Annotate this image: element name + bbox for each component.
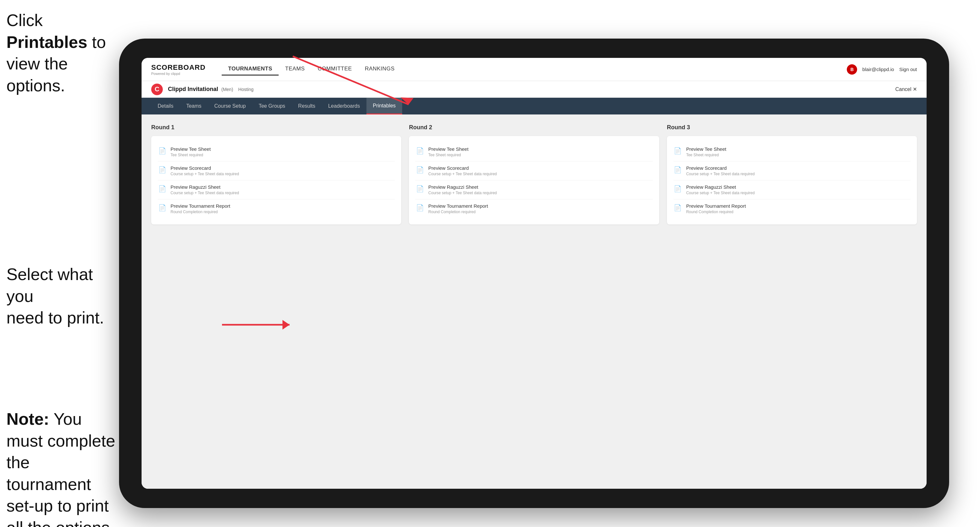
printables-bold: Printables <box>6 33 87 51</box>
tee-sheet-subtitle-r2: Tee Sheet required <box>428 153 468 157</box>
round-1-raguzzi[interactable]: 📄 Preview Raguzzi Sheet Course setup + T… <box>158 180 395 199</box>
tee-sheet-content-r2: Preview Tee Sheet Tee Sheet required <box>428 146 468 157</box>
tab-details[interactable]: Details <box>151 98 180 114</box>
tab-results[interactable]: Results <box>292 98 322 114</box>
scorecard-title-r3: Preview Scorecard <box>686 165 755 171</box>
tournament-hosting: Hosting <box>239 87 253 92</box>
tournament-cancel-button[interactable]: Cancel ✕ <box>896 86 917 92</box>
scorecard-icon-r1: 📄 <box>158 165 167 174</box>
tournament-report-icon-r1: 📄 <box>158 203 167 212</box>
round-1-tee-sheet[interactable]: 📄 Preview Tee Sheet Tee Sheet required <box>158 143 395 162</box>
raguzzi-subtitle-r2: Course setup + Tee Sheet data required <box>428 190 497 195</box>
scoreboard-title: SCOREBOARD <box>151 63 205 72</box>
round-2-tee-sheet[interactable]: 📄 Preview Tee Sheet Tee Sheet required <box>415 143 652 162</box>
raguzzi-content-r3: Preview Raguzzi Sheet Course setup + Tee… <box>686 184 755 195</box>
tee-sheet-content-r1: Preview Tee Sheet Tee Sheet required <box>170 146 211 157</box>
tee-sheet-subtitle-r1: Tee Sheet required <box>170 153 211 157</box>
raguzzi-title-r1: Preview Raguzzi Sheet <box>170 184 239 190</box>
scorecard-subtitle-r2: Course setup + Tee Sheet data required <box>428 172 497 176</box>
tournament-report-icon-r3: 📄 <box>673 203 682 212</box>
raguzzi-icon-r1: 📄 <box>158 184 167 193</box>
round-3-tournament-report[interactable]: 📄 Preview Tournament Report Round Comple… <box>673 199 910 218</box>
tournament-report-subtitle-r3: Round Completion required <box>686 210 746 214</box>
tournament-report-content-r3: Preview Tournament Report Round Completi… <box>686 203 746 214</box>
tournament-header: C Clippd Invitational (Men) Hosting Canc… <box>142 81 927 98</box>
note-bold: Note: <box>6 410 49 428</box>
tournament-name: Clippd Invitational <box>168 86 218 93</box>
rounds-container: Round 1 📄 Preview Tee Sheet Tee Sheet re… <box>151 124 917 224</box>
round-2-raguzzi[interactable]: 📄 Preview Raguzzi Sheet Course setup + T… <box>415 180 652 199</box>
tee-sheet-icon-r1: 📄 <box>158 146 167 155</box>
round-3-raguzzi[interactable]: 📄 Preview Raguzzi Sheet Course setup + T… <box>673 180 910 199</box>
tab-leaderboards[interactable]: Leaderboards <box>322 98 366 114</box>
round-2-scorecard[interactable]: 📄 Preview Scorecard Course setup + Tee S… <box>415 162 652 180</box>
tee-sheet-title-r2: Preview Tee Sheet <box>428 146 468 152</box>
scoreboard-logo: SCOREBOARD Powered by clippd <box>151 63 205 76</box>
round-1-column: Round 1 📄 Preview Tee Sheet Tee Sheet re… <box>151 124 401 224</box>
user-email: blair@clippd.io <box>862 67 894 72</box>
tablet-frame: SCOREBOARD Powered by clippd TOURNAMENTS… <box>119 38 949 508</box>
tab-teams[interactable]: Teams <box>180 98 208 114</box>
tab-tee-groups[interactable]: Tee Groups <box>252 98 292 114</box>
round-1-title: Round 1 <box>151 124 401 131</box>
scorecard-subtitle-r3: Course setup + Tee Sheet data required <box>686 172 755 176</box>
raguzzi-content-r1: Preview Raguzzi Sheet Course setup + Tee… <box>170 184 239 195</box>
nav-committee[interactable]: COMMITTEE <box>311 63 358 76</box>
nav-rankings[interactable]: RANKINGS <box>358 63 401 76</box>
round-1-card: 📄 Preview Tee Sheet Tee Sheet required 📄… <box>151 136 401 224</box>
scorecard-title-r1: Preview Scorecard <box>170 165 239 171</box>
tournament-badge: (Men) <box>221 87 233 92</box>
round-2-card: 📄 Preview Tee Sheet Tee Sheet required 📄… <box>409 136 659 224</box>
tee-sheet-icon-r3: 📄 <box>673 146 682 155</box>
tournament-report-icon-r2: 📄 <box>415 203 424 212</box>
tournament-report-content-r2: Preview Tournament Report Round Completi… <box>428 203 488 214</box>
round-3-column: Round 3 📄 Preview Tee Sheet Tee Sheet re… <box>667 124 917 224</box>
raguzzi-title-r3: Preview Raguzzi Sheet <box>686 184 755 190</box>
scorecard-title-r2: Preview Scorecard <box>428 165 497 171</box>
scorecard-icon-r3: 📄 <box>673 165 682 174</box>
scorecard-content-r3: Preview Scorecard Course setup + Tee She… <box>686 165 755 176</box>
round-3-card: 📄 Preview Tee Sheet Tee Sheet required 📄… <box>667 136 917 224</box>
raguzzi-subtitle-r1: Course setup + Tee Sheet data required <box>170 190 239 195</box>
raguzzi-content-r2: Preview Raguzzi Sheet Course setup + Tee… <box>428 184 497 195</box>
tee-sheet-icon-r2: 📄 <box>415 146 424 155</box>
scorecard-subtitle-r1: Course setup + Tee Sheet data required <box>170 172 239 176</box>
top-nav-links: TOURNAMENTS TEAMS COMMITTEE RANKINGS <box>222 63 401 76</box>
tournament-report-subtitle-r2: Round Completion required <box>428 210 488 214</box>
raguzzi-title-r2: Preview Raguzzi Sheet <box>428 184 497 190</box>
tournament-report-title-r1: Preview Tournament Report <box>170 203 231 209</box>
instruction-bottom: Note: You must complete the tournament s… <box>6 408 116 527</box>
instruction-middle: Select what youneed to print. <box>6 264 110 329</box>
tablet-screen: SCOREBOARD Powered by clippd TOURNAMENTS… <box>142 58 927 489</box>
tab-nav: Details Teams Course Setup Tee Groups Re… <box>142 98 927 114</box>
tee-sheet-subtitle-r3: Tee Sheet required <box>686 153 727 157</box>
raguzzi-icon-r2: 📄 <box>415 184 424 193</box>
tournament-logo: C <box>151 84 163 95</box>
tournament-report-title-r2: Preview Tournament Report <box>428 203 488 209</box>
sign-out-link[interactable]: Sign out <box>899 67 917 72</box>
scorecard-icon-r2: 📄 <box>415 165 424 174</box>
round-3-scorecard[interactable]: 📄 Preview Scorecard Course setup + Tee S… <box>673 162 910 180</box>
round-3-title: Round 3 <box>667 124 917 131</box>
raguzzi-subtitle-r3: Course setup + Tee Sheet data required <box>686 190 755 195</box>
scorecard-content-r2: Preview Scorecard Course setup + Tee She… <box>428 165 497 176</box>
round-2-column: Round 2 📄 Preview Tee Sheet Tee Sheet re… <box>409 124 659 224</box>
nav-tournaments[interactable]: TOURNAMENTS <box>222 63 278 76</box>
instruction-top: Click Printables to view the options. <box>6 10 110 97</box>
raguzzi-icon-r3: 📄 <box>673 184 682 193</box>
tab-course-setup[interactable]: Course Setup <box>208 98 252 114</box>
tournament-report-title-r3: Preview Tournament Report <box>686 203 746 209</box>
round-3-tee-sheet[interactable]: 📄 Preview Tee Sheet Tee Sheet required <box>673 143 910 162</box>
tee-sheet-title-r1: Preview Tee Sheet <box>170 146 211 152</box>
tournament-report-content-r1: Preview Tournament Report Round Completi… <box>170 203 231 214</box>
top-nav-right: B blair@clippd.io Sign out <box>847 64 917 75</box>
round-1-tournament-report[interactable]: 📄 Preview Tournament Report Round Comple… <box>158 199 395 218</box>
user-avatar: B <box>847 64 857 75</box>
scoreboard-subtitle: Powered by clippd <box>151 72 205 76</box>
tab-printables[interactable]: Printables <box>366 98 402 114</box>
main-content: Round 1 📄 Preview Tee Sheet Tee Sheet re… <box>142 114 927 489</box>
round-1-scorecard[interactable]: 📄 Preview Scorecard Course setup + Tee S… <box>158 162 395 180</box>
tee-sheet-content-r3: Preview Tee Sheet Tee Sheet required <box>686 146 727 157</box>
nav-teams[interactable]: TEAMS <box>278 63 311 76</box>
round-2-tournament-report[interactable]: 📄 Preview Tournament Report Round Comple… <box>415 199 652 218</box>
